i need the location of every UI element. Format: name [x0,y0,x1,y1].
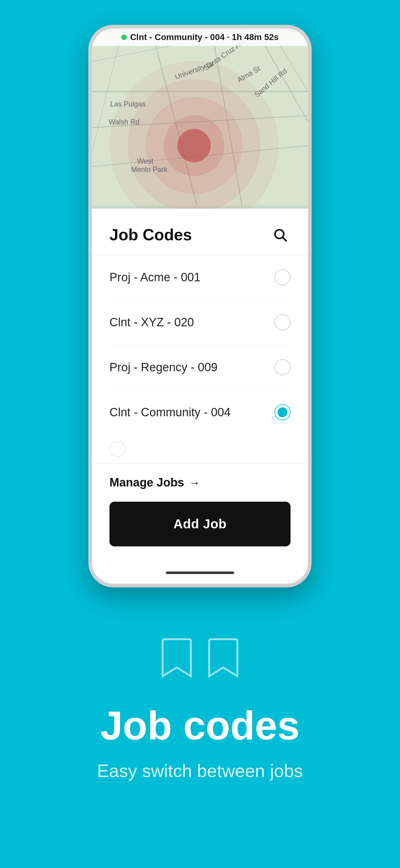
radio-2[interactable] [274,314,291,330]
status-label: Clnt - Community - 004 · 1h 48m 52s [130,32,278,42]
manage-jobs-label: Manage Jobs [109,476,184,489]
job-item-1[interactable]: Proj - Acme - 001 [109,255,291,300]
job-item-4[interactable]: Clnt - Community - 004 [109,390,291,435]
manage-jobs-link[interactable]: Manage Jobs → [109,476,291,489]
svg-text:Walsh Rd: Walsh Rd [108,118,139,126]
bottom-sheet: Job Codes Proj - Acme - 001 Clnt - XYZ -… [92,209,308,584]
job-list: Proj - Acme - 001 Clnt - XYZ - 020 Proj … [92,255,308,435]
feature-title: Job codes [100,704,300,748]
home-bar [166,571,234,574]
job-name-3: Proj - Regency - 009 [109,361,218,374]
sheet-header: Job Codes [92,209,308,255]
job-name-4: Clnt - Community - 004 [109,406,231,419]
status-text: Clnt - Community - 004 · 1h 48m 52s [121,32,278,42]
job-name-2: Clnt - XYZ - 020 [109,316,194,329]
radio-4[interactable] [274,404,291,420]
feature-subtitle: Easy switch between jobs [97,760,303,781]
bookmark-icon-1 [158,637,195,682]
svg-text:West: West [137,157,154,165]
scroll-hint-circle [109,441,126,457]
svg-point-14 [178,129,210,162]
job-item-3[interactable]: Proj - Regency - 009 [109,345,291,390]
scroll-hint [92,435,308,463]
svg-text:Menlo Park: Menlo Park [131,165,168,174]
svg-text:Las Pulgas: Las Pulgas [110,100,146,108]
job-item-2[interactable]: Clnt - XYZ - 020 [109,300,291,345]
bookmark-icons [158,637,242,682]
status-dot [121,34,127,40]
search-icon [272,227,288,242]
status-bar: Clnt - Community - 004 · 1h 48m 52s [92,29,308,46]
svg-line-24 [283,238,286,241]
radio-1[interactable] [274,269,291,285]
bookmark-icon-2 [205,637,242,682]
phone-frame: Clnt - Community - 004 · 1h 48m 52s [88,25,312,587]
radio-3[interactable] [274,359,291,375]
feature-section: Job codes Easy switch between jobs [0,587,400,812]
add-job-button[interactable]: Add Job [109,502,291,547]
sheet-footer: Manage Jobs → Add Job [92,463,308,565]
arrow-right-icon: → [189,476,200,489]
search-button[interactable] [269,224,291,245]
sheet-title: Job Codes [109,225,192,244]
job-name-1: Proj - Acme - 001 [109,271,201,284]
home-indicator [92,565,308,584]
map-svg: Santa Cruz Ave University Dr Alma St San… [92,29,308,209]
map-area: Clnt - Community - 004 · 1h 48m 52s [92,29,308,209]
